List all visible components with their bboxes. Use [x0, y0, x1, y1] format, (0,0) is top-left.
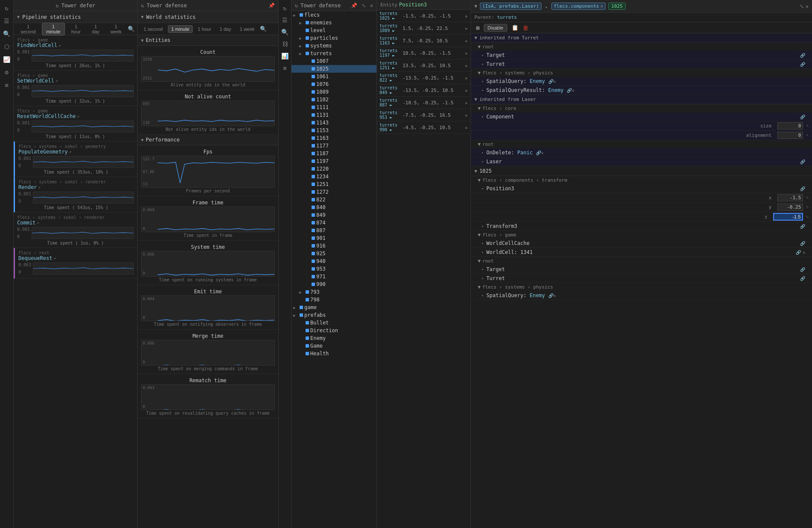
physics-collapse-1025[interactable]: ▼ — [478, 284, 481, 290]
entity-row-label-0[interactable]: turrets 1025 ► — [380, 11, 401, 21]
target-link-icon[interactable]: 🔗 — [800, 53, 805, 58]
filter-comp-close[interactable]: ✕ — [600, 3, 603, 9]
tree-item-flecs[interactable]: ▶ flecs — [291, 11, 377, 19]
tree-item-1234[interactable]: 1234 — [291, 173, 377, 180]
root-collapse-1025[interactable]: ▼ — [478, 258, 481, 264]
x-edit-btn[interactable]: ✎ — [806, 195, 809, 201]
pipeline-collapse-arrow[interactable]: ▼ — [17, 15, 20, 19]
tree-item-turrets[interactable]: ▶ turrets — [291, 50, 377, 57]
tree-item-887[interactable]: 887 — [291, 227, 377, 234]
1025-collapse[interactable]: ▼ — [474, 168, 477, 174]
stat-name-text-3[interactable]: PopulateGeometry — [18, 149, 68, 155]
tree-item-1197[interactable]: 1197 — [291, 157, 377, 165]
stat-name-text-2[interactable]: ResetWorldCellCache — [17, 113, 76, 119]
entity-row-label-1[interactable]: turrets 1089 ► — [380, 24, 401, 33]
turret-root-collapse[interactable]: ▼ — [478, 44, 481, 50]
time-btn-1sec[interactable]: 1 second — [16, 23, 40, 35]
mid-list2-icon[interactable]: ≡ — [280, 63, 290, 73]
tree-item-953[interactable]: 953 — [291, 265, 377, 273]
tree-item-game[interactable]: ▶ game — [291, 304, 377, 311]
tree-item-1131[interactable]: 1131 — [291, 111, 377, 119]
tree-item-particles[interactable]: ▶ particles — [291, 34, 377, 42]
tree-item-Direction[interactable]: Direction — [291, 327, 377, 334]
tree-item-1272[interactable]: 1272 — [291, 188, 377, 196]
entity-row-label-2[interactable]: turrets 1163 ► — [380, 36, 401, 45]
tree-item-Enemy[interactable]: Enemy — [291, 334, 377, 342]
tree-item-1102[interactable]: 1102 — [291, 96, 377, 103]
tree-item-822[interactable]: 822 — [291, 196, 377, 204]
expand2-icon[interactable]: ⤡ — [800, 3, 804, 9]
mid-refresh-icon[interactable]: ↻ — [280, 3, 290, 13]
laser-collapse[interactable]: ▼ — [474, 97, 477, 102]
parent-link[interactable]: turrets — [497, 15, 517, 20]
stat-name-text-5[interactable]: Commit — [17, 220, 35, 226]
expand-icon-w3[interactable]: ⤡ — [362, 3, 366, 9]
filter-component-tag[interactable]: flecs.components ✕ — [551, 3, 606, 10]
tree-item-971[interactable]: 971 — [291, 273, 377, 280]
world-time-btn-1min[interactable]: 1 minute — [168, 25, 193, 33]
tree-item-798[interactable]: 798 — [291, 296, 377, 304]
mid-chain-icon[interactable]: ⛓ — [280, 39, 290, 49]
tree-item-1061[interactable]: 1061 — [291, 73, 377, 80]
pipeline-search-icon[interactable]: 🔍 — [128, 26, 135, 32]
close-icon-w3[interactable]: ✕ — [370, 3, 373, 9]
tree-item-enemies[interactable]: ▶ enemies — [291, 19, 377, 27]
sq-link[interactable]: 🔗 — [548, 79, 553, 84]
wcc-link[interactable]: 🔗 — [800, 241, 805, 246]
tree-item-990[interactable]: 990 — [291, 280, 377, 288]
component-link[interactable]: 🔗 — [800, 115, 805, 119]
turret-link-icon[interactable]: 🔗 — [800, 62, 805, 67]
chart-icon[interactable]: 📈 — [2, 55, 12, 64]
wc-link[interactable]: 🔗 — [796, 250, 801, 255]
world-time-btn-1day[interactable]: 1 day — [216, 25, 235, 33]
tree-item-1007[interactable]: 1007 — [291, 57, 377, 65]
stat-name-text-6[interactable]: DequeueRest — [18, 255, 52, 261]
stat-name-text-1[interactable]: SetWorldCell — [17, 78, 54, 84]
settings-icon[interactable]: ⚙ — [2, 68, 12, 77]
tree-item-1153[interactable]: 1153 — [291, 127, 377, 134]
world-time-btn-1sec[interactable]: 1 second — [140, 25, 166, 33]
world-search-icon[interactable]: 🔍 — [260, 26, 267, 32]
menu-icon[interactable]: ☰ — [2, 16, 12, 26]
table-view-icon[interactable]: ▦ — [474, 24, 481, 31]
tree-item-1076[interactable]: 1076 — [291, 80, 377, 88]
filter-tag[interactable]: (IsA, prefabs.Laser) — [480, 3, 541, 10]
time-btn-1hour[interactable]: 1 hour — [67, 23, 85, 35]
mid-search-icon[interactable]: 🔍 — [280, 27, 290, 37]
list-icon[interactable]: ≡ — [2, 80, 12, 90]
tree-item-901[interactable]: 901 — [291, 234, 377, 242]
tree-item-793[interactable]: ▶ 793 — [291, 288, 377, 296]
copy-icon[interactable]: 📋 — [510, 24, 520, 31]
sqr-link[interactable]: 🔗 — [567, 88, 572, 93]
tree-item-1025[interactable]: 1025 — [291, 65, 377, 73]
tree-item-1163[interactable]: 1163 — [291, 134, 377, 142]
stat-name-text-4[interactable]: Render — [18, 184, 37, 190]
entity-icon[interactable]: ⬡ — [2, 42, 12, 51]
laser-core-collapse[interactable]: ▼ — [478, 106, 481, 111]
world-collapse-arrow[interactable]: ▼ — [141, 15, 144, 19]
mid-menu-icon[interactable]: ☰ — [280, 15, 290, 25]
transform-collapse[interactable]: ▼ — [478, 177, 481, 183]
tree-item-1251[interactable]: 1251 — [291, 180, 377, 188]
turret-collapse[interactable]: ▼ — [474, 35, 477, 41]
tree-item-Health[interactable]: Health — [291, 350, 377, 357]
z-input[interactable] — [773, 213, 803, 221]
tree-item-916[interactable]: 916 — [291, 242, 377, 250]
pin-icon-w2[interactable]: 📌 — [268, 3, 275, 9]
tree-item-Game[interactable]: Game — [291, 342, 377, 350]
tree-item-840[interactable]: 840 — [291, 204, 377, 211]
tree-item-1220[interactable]: 1220 — [291, 165, 377, 173]
sq-1025-link[interactable]: 🔗 — [548, 293, 553, 298]
world-time-btn-1hour[interactable]: 1 hour — [194, 25, 215, 33]
z-edit-btn[interactable]: ✎ — [806, 214, 809, 220]
alignment-edit-btn[interactable]: ✎ — [806, 133, 809, 138]
entity-row-label-7[interactable]: turrets 887 ► — [380, 98, 401, 107]
tree-item-systems[interactable]: ▶ systems — [291, 42, 377, 50]
refresh-icon[interactable]: ↻ — [2, 3, 12, 13]
perf-collapse[interactable]: ▼ — [141, 138, 144, 142]
entity-row-label-6[interactable]: turrets 849 ► — [380, 86, 401, 95]
turret-physics-collapse[interactable]: ▼ — [478, 70, 481, 76]
entity-row-label-5[interactable]: turrets 822 ► — [380, 73, 401, 83]
pin-icon-w3[interactable]: 📌 — [351, 3, 357, 9]
tree-item-prefabs[interactable]: ▶ prefabs — [291, 311, 377, 319]
